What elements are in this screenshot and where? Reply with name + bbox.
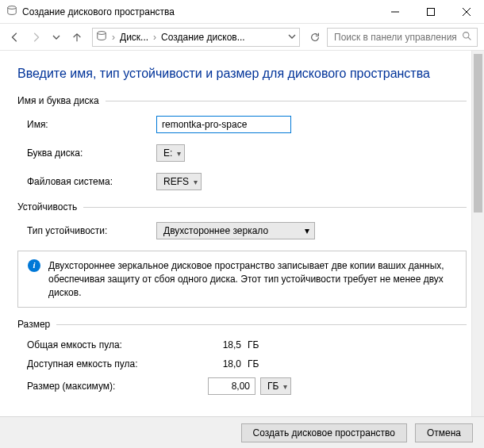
resilience-type-select[interactable]: Двухстороннее зеркало ▾ — [156, 222, 315, 239]
max-size-input[interactable] — [208, 377, 255, 395]
forward-button[interactable] — [27, 29, 44, 46]
drive-icon — [96, 30, 107, 44]
filesystem-value: REFS — [163, 176, 189, 187]
group-name-letter: Имя и буква диска — [17, 95, 467, 106]
available-capacity-label: Доступная емкость пула: — [17, 358, 208, 370]
max-size-unit-value: ГБ — [267, 381, 278, 392]
svg-rect-2 — [427, 8, 434, 15]
chevron-right-icon: › — [153, 32, 156, 43]
chevron-down-icon: ▾ — [177, 149, 181, 158]
available-capacity-unit: ГБ — [248, 358, 259, 370]
page-heading: Введите имя, тип устойчивости и размер д… — [17, 67, 467, 81]
app-icon — [6, 5, 17, 18]
address-bar[interactable]: › Диск... › Создание дисков... — [92, 28, 300, 47]
info-text: Двухстороннее зеркальное дисковое простр… — [48, 259, 458, 299]
breadcrumb-segment[interactable]: Диск... — [120, 32, 148, 43]
chevron-down-icon: ▾ — [194, 178, 198, 186]
filesystem-label: Файловая система: — [17, 176, 156, 187]
resilience-type-label: Тип устойчивости: — [17, 225, 156, 236]
svg-line-7 — [468, 37, 471, 40]
total-capacity-label: Общая емкость пула: — [17, 339, 208, 350]
nav-bar: › Диск... › Создание дисков... — [0, 24, 484, 51]
drive-letter-value: E: — [163, 147, 172, 159]
window-title: Создание дискового пространства — [22, 6, 377, 17]
resilience-type-value: Двухстороннее зеркало — [163, 225, 268, 236]
total-capacity-unit: ГБ — [248, 339, 259, 350]
search-box[interactable] — [327, 28, 478, 47]
cancel-button[interactable]: Отмена — [415, 423, 473, 442]
group-legend: Имя и буква диска — [17, 95, 99, 106]
total-capacity-value: 18,5 — [208, 339, 248, 350]
recent-locations-button[interactable] — [48, 29, 65, 46]
divider — [106, 101, 467, 101]
search-input[interactable] — [332, 31, 462, 44]
max-size-unit-select[interactable]: ГБ ▾ — [260, 377, 291, 395]
content-area: Введите имя, тип устойчивости и размер д… — [0, 51, 484, 416]
chevron-down-icon: ▾ — [305, 225, 309, 236]
maximize-button[interactable] — [413, 0, 448, 23]
back-button[interactable] — [6, 29, 24, 46]
svg-point-5 — [98, 32, 106, 35]
address-dropdown-icon[interactable] — [288, 32, 296, 43]
svg-point-0 — [8, 6, 17, 10]
name-label: Имя: — [17, 119, 156, 130]
minimize-button[interactable] — [377, 0, 413, 23]
max-size-label: Размер (максимум): — [17, 381, 208, 392]
up-button[interactable] — [68, 29, 86, 46]
title-bar: Создание дискового пространства — [0, 0, 484, 24]
create-button[interactable]: Создать дисковое пространство — [241, 423, 407, 442]
chevron-down-icon: ▾ — [283, 382, 287, 391]
divider — [83, 207, 467, 208]
close-button[interactable] — [448, 0, 484, 23]
group-size: Размер — [17, 319, 467, 330]
available-capacity-value: 18,0 — [208, 358, 248, 370]
name-input[interactable] — [156, 116, 291, 133]
info-icon: i — [28, 259, 40, 272]
drive-letter-select[interactable]: E: ▾ — [156, 144, 185, 162]
drive-letter-label: Буква диска: — [17, 147, 156, 159]
group-resilience: Устойчивость — [17, 201, 467, 213]
refresh-button[interactable] — [306, 29, 324, 46]
divider — [56, 324, 467, 325]
search-icon — [462, 31, 472, 44]
footer-bar: Создать дисковое пространство Отмена — [0, 416, 484, 448]
filesystem-select[interactable]: REFS ▾ — [156, 173, 202, 190]
chevron-right-icon: › — [112, 32, 115, 43]
svg-point-6 — [463, 32, 469, 37]
breadcrumb-segment[interactable]: Создание дисков... — [161, 32, 245, 43]
group-legend: Устойчивость — [17, 201, 77, 213]
group-legend: Размер — [17, 319, 50, 330]
info-panel: i Двухстороннее зеркальное дисковое прос… — [17, 251, 467, 308]
